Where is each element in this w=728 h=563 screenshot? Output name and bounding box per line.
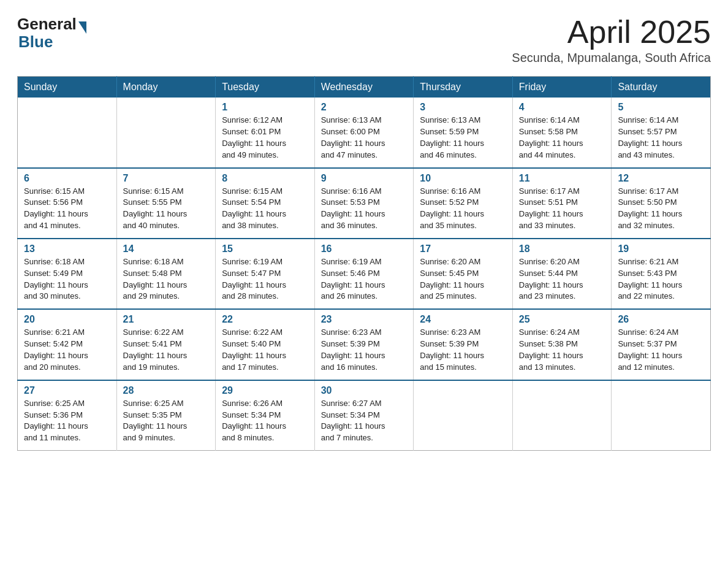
day-number: 25	[519, 314, 605, 325]
day-number: 20	[24, 314, 110, 325]
day-info: Sunrise: 6:23 AM Sunset: 5:39 PM Dayligh…	[420, 327, 506, 373]
day-info: Sunrise: 6:18 AM Sunset: 5:49 PM Dayligh…	[24, 256, 110, 302]
day-number: 10	[420, 173, 506, 184]
day-info: Sunrise: 6:21 AM Sunset: 5:42 PM Dayligh…	[24, 327, 110, 373]
day-number: 22	[222, 314, 308, 325]
calendar-cell: 25Sunrise: 6:24 AM Sunset: 5:38 PM Dayli…	[512, 309, 612, 380]
day-number: 19	[618, 243, 704, 255]
day-number: 14	[123, 243, 210, 255]
day-number: 26	[618, 314, 704, 325]
day-number: 16	[321, 243, 408, 255]
day-info: Sunrise: 6:24 AM Sunset: 5:37 PM Dayligh…	[618, 327, 704, 373]
calendar-cell: 9Sunrise: 6:16 AM Sunset: 5:53 PM Daylig…	[314, 168, 414, 239]
calendar-cell	[116, 98, 216, 167]
day-info: Sunrise: 6:17 AM Sunset: 5:50 PM Dayligh…	[618, 186, 704, 232]
calendar-header-row: SundayMondayTuesdayWednesdayThursdayFrid…	[18, 77, 711, 98]
calendar-cell: 17Sunrise: 6:20 AM Sunset: 5:45 PM Dayli…	[414, 239, 513, 309]
day-number: 6	[24, 173, 110, 184]
logo: General Blue	[17, 15, 86, 52]
calendar-cell: 18Sunrise: 6:20 AM Sunset: 5:44 PM Dayli…	[512, 239, 612, 309]
calendar-table: SundayMondayTuesdayWednesdayThursdayFrid…	[17, 76, 711, 451]
calendar-cell	[18, 98, 117, 167]
title-block: April 2025 Secunda, Mpumalanga, South Af…	[512, 15, 711, 65]
day-number: 18	[519, 243, 605, 255]
calendar-cell: 21Sunrise: 6:22 AM Sunset: 5:41 PM Dayli…	[116, 309, 216, 380]
calendar-cell: 4Sunrise: 6:14 AM Sunset: 5:58 PM Daylig…	[512, 98, 612, 167]
calendar-cell: 13Sunrise: 6:18 AM Sunset: 5:49 PM Dayli…	[18, 239, 117, 309]
day-info: Sunrise: 6:14 AM Sunset: 5:57 PM Dayligh…	[618, 115, 704, 161]
day-info: Sunrise: 6:27 AM Sunset: 5:34 PM Dayligh…	[321, 398, 408, 444]
calendar-week-row: 6Sunrise: 6:15 AM Sunset: 5:56 PM Daylig…	[18, 168, 711, 239]
day-number: 7	[123, 173, 210, 184]
logo-general-text: General	[17, 15, 77, 34]
day-info: Sunrise: 6:15 AM Sunset: 5:54 PM Dayligh…	[222, 186, 308, 232]
calendar-cell: 6Sunrise: 6:15 AM Sunset: 5:56 PM Daylig…	[18, 168, 117, 239]
day-number: 28	[123, 385, 210, 396]
day-info: Sunrise: 6:20 AM Sunset: 5:44 PM Dayligh…	[519, 256, 605, 302]
day-info: Sunrise: 6:13 AM Sunset: 6:00 PM Dayligh…	[321, 115, 408, 161]
day-number: 3	[420, 102, 506, 113]
day-info: Sunrise: 6:18 AM Sunset: 5:48 PM Dayligh…	[123, 256, 210, 302]
calendar-cell: 14Sunrise: 6:18 AM Sunset: 5:48 PM Dayli…	[116, 239, 216, 309]
day-number: 30	[321, 385, 408, 396]
day-info: Sunrise: 6:12 AM Sunset: 6:01 PM Dayligh…	[222, 115, 308, 161]
day-number: 4	[519, 102, 605, 113]
day-number: 12	[618, 173, 704, 184]
calendar-cell: 12Sunrise: 6:17 AM Sunset: 5:50 PM Dayli…	[612, 168, 711, 239]
page-header: General Blue April 2025 Secunda, Mpumala…	[17, 15, 711, 65]
day-of-week-header: Wednesday	[314, 77, 414, 98]
calendar-cell: 26Sunrise: 6:24 AM Sunset: 5:37 PM Dayli…	[612, 309, 711, 380]
calendar-cell	[612, 380, 711, 451]
day-info: Sunrise: 6:26 AM Sunset: 5:34 PM Dayligh…	[222, 398, 308, 444]
day-number: 15	[222, 243, 308, 255]
day-number: 13	[24, 243, 110, 255]
calendar-cell: 29Sunrise: 6:26 AM Sunset: 5:34 PM Dayli…	[216, 380, 315, 451]
day-info: Sunrise: 6:19 AM Sunset: 5:47 PM Dayligh…	[222, 256, 308, 302]
calendar-cell: 28Sunrise: 6:25 AM Sunset: 5:35 PM Dayli…	[116, 380, 216, 451]
day-of-week-header: Sunday	[18, 77, 117, 98]
calendar-cell: 8Sunrise: 6:15 AM Sunset: 5:54 PM Daylig…	[216, 168, 315, 239]
day-number: 9	[321, 173, 408, 184]
day-info: Sunrise: 6:21 AM Sunset: 5:43 PM Dayligh…	[618, 256, 704, 302]
day-info: Sunrise: 6:16 AM Sunset: 5:53 PM Dayligh…	[321, 186, 408, 232]
day-number: 11	[519, 173, 605, 184]
day-info: Sunrise: 6:25 AM Sunset: 5:35 PM Dayligh…	[123, 398, 210, 444]
calendar-cell: 15Sunrise: 6:19 AM Sunset: 5:47 PM Dayli…	[216, 239, 315, 309]
day-of-week-header: Tuesday	[216, 77, 315, 98]
calendar-cell: 30Sunrise: 6:27 AM Sunset: 5:34 PM Dayli…	[314, 380, 414, 451]
calendar-cell: 23Sunrise: 6:23 AM Sunset: 5:39 PM Dayli…	[314, 309, 414, 380]
calendar-cell: 24Sunrise: 6:23 AM Sunset: 5:39 PM Dayli…	[414, 309, 513, 380]
day-number: 5	[618, 102, 704, 113]
day-number: 1	[222, 102, 308, 113]
calendar-cell	[414, 380, 513, 451]
calendar-week-row: 1Sunrise: 6:12 AM Sunset: 6:01 PM Daylig…	[18, 98, 711, 167]
day-info: Sunrise: 6:15 AM Sunset: 5:56 PM Dayligh…	[24, 186, 110, 232]
day-info: Sunrise: 6:20 AM Sunset: 5:45 PM Dayligh…	[420, 256, 506, 302]
calendar-cell: 19Sunrise: 6:21 AM Sunset: 5:43 PM Dayli…	[612, 239, 711, 309]
day-info: Sunrise: 6:24 AM Sunset: 5:38 PM Dayligh…	[519, 327, 605, 373]
day-number: 27	[24, 385, 110, 396]
day-number: 24	[420, 314, 506, 325]
day-info: Sunrise: 6:22 AM Sunset: 5:40 PM Dayligh…	[222, 327, 308, 373]
calendar-cell: 3Sunrise: 6:13 AM Sunset: 5:59 PM Daylig…	[414, 98, 513, 167]
calendar-cell: 5Sunrise: 6:14 AM Sunset: 5:57 PM Daylig…	[612, 98, 711, 167]
day-info: Sunrise: 6:23 AM Sunset: 5:39 PM Dayligh…	[321, 327, 408, 373]
day-number: 17	[420, 243, 506, 255]
calendar-week-row: 13Sunrise: 6:18 AM Sunset: 5:49 PM Dayli…	[18, 239, 711, 309]
calendar-title: April 2025	[512, 15, 711, 50]
day-info: Sunrise: 6:25 AM Sunset: 5:36 PM Dayligh…	[24, 398, 110, 444]
calendar-cell: 1Sunrise: 6:12 AM Sunset: 6:01 PM Daylig…	[216, 98, 315, 167]
calendar-cell	[512, 380, 612, 451]
calendar-cell: 11Sunrise: 6:17 AM Sunset: 5:51 PM Dayli…	[512, 168, 612, 239]
day-number: 21	[123, 314, 210, 325]
calendar-cell: 20Sunrise: 6:21 AM Sunset: 5:42 PM Dayli…	[18, 309, 117, 380]
day-info: Sunrise: 6:19 AM Sunset: 5:46 PM Dayligh…	[321, 256, 408, 302]
day-of-week-header: Thursday	[414, 77, 513, 98]
calendar-cell: 10Sunrise: 6:16 AM Sunset: 5:52 PM Dayli…	[414, 168, 513, 239]
calendar-cell: 22Sunrise: 6:22 AM Sunset: 5:40 PM Dayli…	[216, 309, 315, 380]
day-of-week-header: Friday	[512, 77, 612, 98]
day-number: 2	[321, 102, 408, 113]
day-info: Sunrise: 6:14 AM Sunset: 5:58 PM Dayligh…	[519, 115, 605, 161]
calendar-cell: 2Sunrise: 6:13 AM Sunset: 6:00 PM Daylig…	[314, 98, 414, 167]
calendar-week-row: 27Sunrise: 6:25 AM Sunset: 5:36 PM Dayli…	[18, 380, 711, 451]
